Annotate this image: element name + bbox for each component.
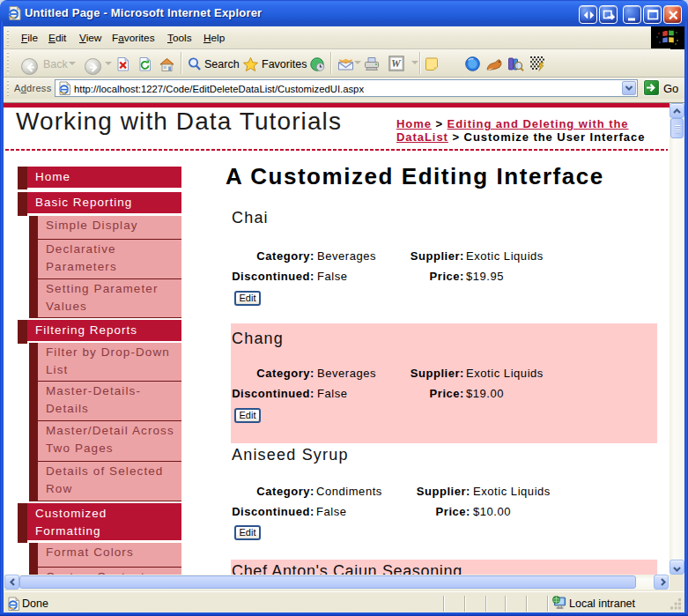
- svg-text:W: W: [391, 57, 402, 70]
